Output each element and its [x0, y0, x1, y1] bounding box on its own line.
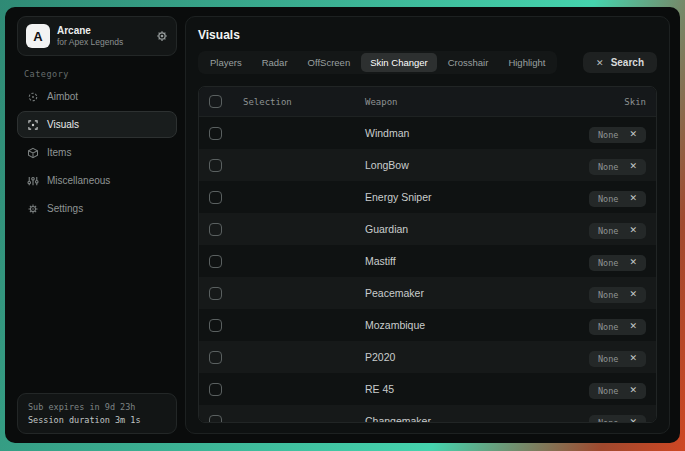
- clear-skin-icon[interactable]: ✕: [629, 386, 637, 395]
- clear-skin-icon[interactable]: ✕: [629, 130, 637, 139]
- skin-select-badge[interactable]: None✕: [589, 319, 646, 335]
- row-checkbox[interactable]: [209, 351, 222, 364]
- skin-cell: None✕: [556, 316, 646, 335]
- skin-value: None: [598, 194, 618, 204]
- table-row: LongBowNone✕: [199, 149, 656, 181]
- skin-select-badge[interactable]: None✕: [589, 287, 646, 303]
- row-checkbox[interactable]: [209, 319, 222, 332]
- weapon-name: Mastiff: [365, 255, 556, 267]
- app-name: Arcane: [57, 25, 123, 37]
- focus-icon: [27, 119, 39, 131]
- app-header: A Arcane for Apex Legends: [17, 16, 177, 56]
- table-row: Energy SniperNone✕: [199, 181, 656, 213]
- tab-players[interactable]: Players: [201, 53, 251, 72]
- table-row: GuardianNone✕: [199, 213, 656, 245]
- tab-offscreen[interactable]: OffScreen: [299, 53, 360, 72]
- select-all-checkbox[interactable]: [209, 95, 222, 108]
- app-title-block: Arcane for Apex Legends: [57, 25, 123, 47]
- clear-skin-icon[interactable]: ✕: [629, 162, 637, 171]
- gear-icon: [27, 203, 39, 215]
- sidebar-item-miscellaneous[interactable]: Miscellaneous: [17, 167, 177, 194]
- sidebar-item-label: Items: [47, 147, 71, 158]
- skin-select-badge[interactable]: None✕: [589, 415, 646, 424]
- skin-select-badge[interactable]: None✕: [589, 159, 646, 175]
- sidebar-item-aimbot[interactable]: Aimbot: [17, 83, 177, 110]
- skin-cell: None✕: [556, 220, 646, 239]
- row-checkbox[interactable]: [209, 415, 222, 424]
- clear-skin-icon[interactable]: ✕: [629, 226, 637, 235]
- search-button-label: Search: [611, 57, 644, 68]
- skin-value: None: [598, 322, 618, 332]
- table-row: RE 45None✕: [199, 373, 656, 405]
- skin-value: None: [598, 130, 618, 140]
- clear-skin-icon[interactable]: ✕: [629, 354, 637, 363]
- skin-select-badge[interactable]: None✕: [589, 351, 646, 367]
- sub-expires-text: Sub expires in 9d 23h: [28, 401, 166, 414]
- column-header-selection: Selection: [243, 97, 365, 107]
- category-label: Category: [24, 69, 177, 79]
- clear-skin-icon[interactable]: ✕: [629, 322, 637, 331]
- table-row: MozambiqueNone✕: [199, 309, 656, 341]
- skin-select-badge[interactable]: None✕: [589, 223, 646, 239]
- clear-skin-icon[interactable]: ✕: [629, 418, 637, 423]
- app-subtitle: for Apex Legends: [57, 37, 123, 47]
- clear-skin-icon[interactable]: ✕: [629, 194, 637, 203]
- sidebar-item-label: Settings: [47, 203, 83, 214]
- skin-select-badge[interactable]: None✕: [589, 127, 646, 143]
- skin-value: None: [598, 162, 618, 172]
- weapon-name: P2020: [365, 351, 556, 363]
- target-icon: [27, 91, 39, 103]
- row-checkbox[interactable]: [209, 223, 222, 236]
- row-checkbox[interactable]: [209, 287, 222, 300]
- skin-cell: None✕: [556, 412, 646, 424]
- skin-cell: None✕: [556, 124, 646, 143]
- column-header-weapon: Weapon: [365, 97, 556, 107]
- skin-cell: None✕: [556, 188, 646, 207]
- skin-value: None: [598, 226, 618, 236]
- table-header-row: Selection Weapon Skin: [199, 87, 656, 117]
- tab-highlight[interactable]: Highlight: [499, 53, 554, 72]
- clear-skin-icon[interactable]: ✕: [629, 290, 637, 299]
- clear-skin-icon[interactable]: ✕: [629, 258, 637, 267]
- row-checkbox[interactable]: [209, 255, 222, 268]
- weapon-name: LongBow: [365, 159, 556, 171]
- search-button-icon: ✕: [596, 58, 604, 68]
- tab-radar[interactable]: Radar: [253, 53, 297, 72]
- table-row: ChangemakerNone✕: [199, 405, 656, 423]
- weapon-name: Guardian: [365, 223, 556, 235]
- table-row: PeacemakerNone✕: [199, 277, 656, 309]
- subscription-info-card: Sub expires in 9d 23h Session duration 3…: [17, 393, 177, 434]
- row-checkbox[interactable]: [209, 127, 222, 140]
- skin-select-badge[interactable]: None✕: [589, 191, 646, 207]
- weapon-name: Changemaker: [365, 415, 556, 423]
- header-gear-icon[interactable]: [156, 30, 168, 42]
- search-button[interactable]: ✕ Search: [583, 52, 657, 73]
- sidebar-item-settings[interactable]: Settings: [17, 195, 177, 222]
- weapon-table: Selection Weapon Skin WindmanNone✕LongBo…: [198, 86, 657, 423]
- tab-skin-changer[interactable]: Skin Changer: [361, 53, 437, 72]
- skin-cell: None✕: [556, 284, 646, 303]
- skin-select-badge[interactable]: None✕: [589, 383, 646, 399]
- app-logo: A: [26, 24, 50, 48]
- tab-crosshair[interactable]: Crosshair: [439, 53, 498, 72]
- skin-select-badge[interactable]: None✕: [589, 255, 646, 271]
- main-panel: Visuals PlayersRadarOffScreenSkin Change…: [185, 16, 670, 434]
- sliders-icon: [27, 175, 39, 187]
- sidebar-spacer: [17, 223, 177, 393]
- skin-cell: None✕: [556, 348, 646, 367]
- table-body: WindmanNone✕LongBowNone✕Energy SniperNon…: [199, 117, 656, 423]
- sidebar-item-items[interactable]: Items: [17, 139, 177, 166]
- row-checkbox[interactable]: [209, 383, 222, 396]
- skin-value: None: [598, 290, 618, 300]
- row-checkbox[interactable]: [209, 159, 222, 172]
- weapon-name: Mozambique: [365, 319, 556, 331]
- app-window: A Arcane for Apex Legends Category Aimbo…: [5, 7, 680, 443]
- table-row: WindmanNone✕: [199, 117, 656, 149]
- table-row: P2020None✕: [199, 341, 656, 373]
- sidebar-item-label: Visuals: [47, 119, 79, 130]
- sidebar-item-visuals[interactable]: Visuals: [17, 111, 177, 138]
- tabs-row: PlayersRadarOffScreenSkin ChangerCrossha…: [198, 51, 657, 74]
- skin-cell: None✕: [556, 156, 646, 175]
- session-duration-text: Session duration 3m 1s: [28, 414, 166, 427]
- row-checkbox[interactable]: [209, 191, 222, 204]
